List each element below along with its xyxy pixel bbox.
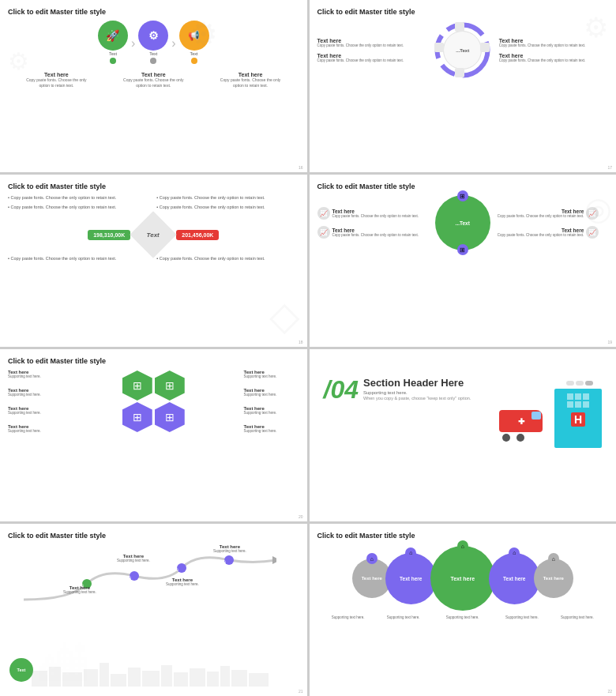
section-illustration: H ✚: [499, 377, 602, 448]
slide-4-left: 📈 Text here Copy paste fonts. Choose the…: [317, 207, 428, 239]
city-silhouette: [32, 663, 276, 687]
svg-rect-28: [231, 670, 247, 687]
s4-tg-3-title: Text here: [498, 209, 584, 214]
s5-tr-4: Text here Supporting text here.: [244, 424, 299, 433]
svg-rect-29: [249, 673, 269, 687]
circ-4: Text here: [489, 553, 540, 604]
icon-circle-1: 🚀: [98, 21, 128, 51]
pin-4: ⌂: [509, 547, 520, 559]
hex-row-1: ⊞ ⊞: [122, 371, 185, 401]
timeline-container: ⌂ ⌂ ⌂ ⌂ Text here Supporting text here. …: [8, 544, 299, 623]
page-num-8: 22: [607, 689, 612, 694]
s5-tl-2: Text here Supporting text here.: [8, 388, 63, 397]
svg-rect-27: [220, 666, 230, 687]
ambulance-wheels: [502, 434, 550, 442]
page-num-2: 17: [607, 165, 612, 170]
pin-1: ⌂: [366, 553, 377, 564]
s4-tg-4-title: Text here: [498, 228, 584, 233]
svg-rect-20: [111, 674, 126, 687]
slide-1-texts: Text here Copy paste fonts. Choose the o…: [8, 72, 299, 88]
text-block-1-body: Copy paste fonts. Choose the only option…: [24, 77, 88, 88]
text-block-3-body: Copy paste fonts. Choose the only option…: [219, 77, 282, 88]
s2-text-3-title: Text here: [499, 38, 608, 43]
dot-1: [110, 58, 116, 64]
bullet-1: • Copy paste fonts. Choose the only opti…: [8, 195, 150, 201]
wheel-2: [516, 434, 524, 442]
pin-2: ⌂: [405, 547, 416, 559]
slide-6: /04 Section Header Here Supporting text …: [310, 349, 617, 521]
ambulance-cross: ✚: [518, 417, 524, 426]
s4-tg-4-body: Copy paste fonts. Choose the only option…: [498, 233, 584, 238]
s5-tl-1: Text here Supporting text here.: [8, 370, 63, 378]
s4-tg-1-title: Text here: [332, 209, 419, 214]
s2-text-2-title: Text here: [317, 53, 426, 58]
hospital-cross: H: [571, 412, 585, 427]
s2-text-3: Text here Copy paste fonts. Choose the o…: [499, 38, 608, 48]
tl-item-1: Text here Supporting text here.: [63, 585, 96, 594]
svg-rect-25: [190, 668, 205, 687]
s4-tg-3-body: Copy paste fonts. Choose the only option…: [498, 214, 584, 219]
svg-rect-16: [49, 667, 61, 687]
s2-text-1: Text here Copy paste fonts. Choose the o…: [317, 38, 426, 48]
slide-2-ring-container: ...Text: [431, 21, 494, 80]
slide-7-title: Click to edit Master title style: [8, 532, 299, 540]
wheel-1: [502, 434, 510, 442]
svg-rect-15: [32, 671, 47, 687]
slide-3-bottom-right: • Copy paste fonts. Choose the only opti…: [156, 256, 299, 265]
s4-tg-4: Text here Copy paste fonts. Choose the o…: [498, 226, 608, 239]
slide-5-title: Click to edit Master title style: [8, 357, 299, 365]
svg-rect-23: [161, 665, 172, 687]
s2-text-3-body: Copy paste fonts. Choose the only option…: [499, 43, 608, 48]
slide-2-content: Text here Copy paste fonts. Choose the o…: [317, 21, 609, 80]
tl-item-3: Text here Supporting text here.: [166, 577, 199, 586]
slide-3-right: • Copy paste fonts. Choose the only opti…: [156, 195, 299, 213]
tl-item-4: Text here Supporting text here.: [213, 544, 246, 553]
pin-5: ⌂: [548, 553, 559, 564]
dot-2: [150, 58, 156, 64]
section-sub-1: Supporting text here.: [363, 390, 494, 395]
section-header-title: Section Header Here: [363, 377, 494, 389]
slide-1-icons-row: 🚀 Text › ⚙ Text › 📢 Text: [8, 21, 299, 66]
bullet-5: • Copy paste fonts. Choose the only opti…: [8, 256, 150, 262]
icon-label-2: Text: [149, 51, 157, 56]
slide-3-bottom-left: • Copy paste fonts. Choose the only opti…: [8, 256, 150, 265]
ambulance-body: ✚: [499, 410, 543, 432]
slide-2-left: Text here Copy paste fonts. Choose the o…: [317, 38, 426, 63]
bullet-6: • Copy paste fonts. Choose the only opti…: [156, 256, 299, 262]
svg-rect-22: [142, 671, 160, 687]
slide-4-content: 📈 Text here Copy paste fonts. Choose the…: [317, 195, 609, 250]
icon-circle-3: 📢: [179, 21, 209, 51]
ambulance-window: [531, 412, 541, 419]
s4-tg-3: Text here Copy paste fonts. Choose the o…: [498, 207, 608, 220]
slide-3-stats: 198,310,00K Text 201,456,00K: [8, 218, 299, 251]
building-windows: [565, 392, 591, 409]
slide-8-title: Click to edit Master title style: [317, 532, 609, 540]
slide-5-right-texts: Text here Supporting text here. Text her…: [244, 370, 299, 433]
arrow-2: ›: [171, 36, 175, 51]
slide-3-left: • Copy paste fonts. Choose the only opti…: [8, 195, 150, 213]
bullet-4: • Copy paste fonts. Choose the only opti…: [156, 205, 299, 211]
hex-4: ⊞: [155, 402, 185, 432]
ambulance: ✚: [499, 410, 550, 440]
bullet-3: • Copy paste fonts. Choose the only opti…: [156, 195, 299, 201]
stat-2: 201,456,00K: [176, 230, 219, 240]
page-num-1: 16: [299, 165, 303, 170]
hex-2: ⊞: [155, 371, 185, 401]
big-circle-wrapper: ...Text ⊞ ⊞: [435, 195, 490, 250]
circles-labels: Supporting text here. Supporting text he…: [317, 615, 609, 619]
page-num-5: 20: [299, 514, 303, 519]
slide-7: 🏙 Click to edit Master title style ⌂ ⌂ ⌂…: [0, 524, 307, 696]
svg-rect-26: [207, 672, 219, 687]
building: H: [554, 389, 602, 448]
svg-rect-18: [84, 669, 98, 687]
s5-tr-1: Text here Supporting text here.: [244, 370, 299, 378]
slide-3-title: Click to edit Master title style: [8, 182, 299, 190]
clabel-1: Supporting text here.: [326, 615, 370, 619]
s4-tg-1-body: Copy paste fonts. Choose the only option…: [332, 214, 419, 219]
s5-tr-2: Text here Supporting text here.: [244, 388, 299, 397]
page-num-4: 19: [607, 340, 612, 344]
section-text-block: Section Header Here Supporting text here…: [363, 377, 494, 401]
text-block-2: Text here Copy paste fonts. Choose the o…: [122, 72, 185, 88]
page-num-3: 18: [299, 340, 303, 344]
slide-5: Click to edit Master title style Text he…: [0, 349, 307, 521]
